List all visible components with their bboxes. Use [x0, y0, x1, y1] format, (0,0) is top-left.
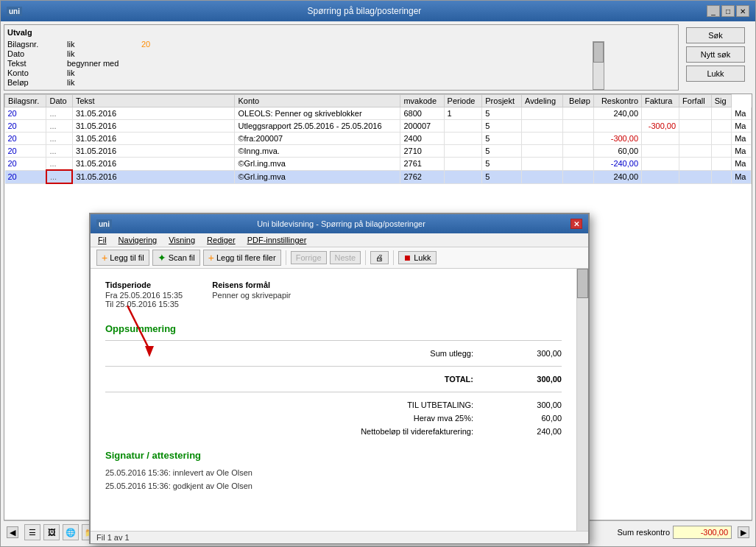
lukk-button[interactable]: ⏹ Lukk — [398, 251, 436, 264]
scroll-right-button[interactable]: ▶ — [738, 526, 749, 538]
close-main-button[interactable]: Lukk — [686, 66, 745, 82]
utvalg-title: Utvalg — [7, 28, 675, 37]
sub-menu-fil[interactable]: Fil — [96, 235, 108, 245]
sub-menu-pdf[interactable]: PDF-innstillinger — [246, 235, 308, 245]
reisens-formal-col: Reisens formål Penner og skrivepapir — [212, 280, 291, 308]
reisens-formal-label: Reisens formål — [212, 280, 291, 289]
oppsummering-title: Oppsummering — [105, 323, 562, 334]
utvalg-grid: Bilagsnr. lik 20 Dato lik Tekst begynner… — [7, 40, 675, 87]
sub-scrollbar[interactable] — [576, 269, 588, 531]
cell-reskontro: -300,00 — [642, 120, 679, 133]
utvalg-val-dato — [141, 49, 289, 58]
cell-mvakode: 1 — [444, 107, 482, 120]
sub-scrollbar-thumb[interactable] — [577, 269, 588, 298]
toolbar-separator3 — [393, 250, 394, 265]
toolbar-icons: ☰ 🖼 🌐 📁 — [24, 524, 98, 540]
cell-forfall — [711, 158, 731, 171]
new-search-button[interactable]: Nytt søk — [686, 46, 745, 63]
cell-belop: -300,00 — [593, 133, 641, 145]
cell-dato: 31.05.2016 — [72, 170, 234, 183]
window-controls: _ □ ✕ — [707, 5, 749, 17]
print-button[interactable]: 🖨 — [370, 251, 389, 264]
cell-sig: Ma — [732, 145, 752, 158]
utvalg-scrollbar[interactable] — [593, 41, 604, 90]
utvalg-label-bilagsnr: Bilagsnr. — [7, 40, 66, 49]
utvalg-scrollbar-thumb[interactable] — [593, 42, 604, 63]
cell-mvakode — [444, 120, 482, 133]
cell-konto: 2710 — [400, 145, 444, 158]
signatur-section: Signatur / attestering 25.05.2016 15:36:… — [105, 450, 562, 493]
sub-title-bar: uni Uni bildevisning - Spørring på bilag… — [91, 214, 588, 233]
cell-bilagsnr: 20 — [5, 170, 46, 183]
cell-tekst: ©fra:200007 — [235, 133, 400, 145]
table-row[interactable]: 20 ... 31.05.2016 Utleggsrapport 25.05.2… — [5, 120, 752, 133]
cell-forfall — [711, 133, 731, 145]
icon-globe[interactable]: 🌐 — [63, 524, 79, 540]
table-row[interactable]: 20 ... 31.05.2016 ©Grl.ing.mva 2761 5 -2… — [5, 158, 752, 171]
search-button[interactable]: Søk — [686, 27, 745, 43]
nettobelop-row: Nettobeløp til viderefakturering: 240,00 — [105, 425, 562, 438]
cell-reskontro — [642, 107, 679, 120]
til-utbetaling-row: TIL UTBETALING: 300,00 — [105, 398, 562, 412]
table-row[interactable]: 20 ... 31.05.2016 OLEOLS: Penner og skri… — [5, 107, 752, 120]
print-icon: 🖨 — [375, 253, 384, 262]
cell-mvakode — [444, 133, 482, 145]
cell-forfall — [711, 107, 731, 120]
col-faktura: Faktura — [642, 95, 679, 107]
action-buttons: Søk Nytt søk Lukk — [686, 27, 745, 82]
utvalg-label-belop: Beløp — [7, 78, 66, 87]
sub-main: Tidsperiode Fra 25.05.2016 15:35 Til 25.… — [91, 269, 576, 531]
table-row[interactable]: 20 ... 31.05.2016 ©fra:200007 2400 5 -30… — [5, 133, 752, 145]
cell-belop: 240,00 — [593, 170, 641, 183]
cell-prosjekt — [522, 170, 563, 183]
svg-marker-1 — [145, 346, 154, 357]
sub-menu-rediger[interactable]: Rediger — [205, 235, 237, 245]
close-button[interactable]: ✕ — [736, 5, 749, 17]
utvalg-label-tekst: Tekst — [7, 59, 66, 68]
sub-close-button[interactable]: ✕ — [570, 219, 582, 229]
legg-til-flere-button[interactable]: + Legg til flere filer — [203, 250, 281, 266]
col-bilagsnr: Bilagsnr. — [5, 95, 46, 107]
cell-faktura — [679, 170, 712, 183]
minimize-button[interactable]: _ — [707, 5, 720, 17]
cell-tekst: ©Grl.ing.mva — [235, 170, 400, 183]
utvalg-val-bilagsnr: 20 — [141, 40, 289, 49]
cell-sig: Ma — [732, 170, 752, 183]
cell-dots: ... — [46, 107, 73, 120]
col-avdeling: Avdeling — [522, 95, 563, 107]
table-row-selected[interactable]: 20 ... 31.05.2016 ©Grl.ing.mva 2762 5 24… — [5, 170, 752, 183]
cell-belop: -240,00 — [593, 158, 641, 171]
forrige-label: Forrige — [296, 253, 322, 262]
cell-avdeling — [563, 107, 594, 120]
total-row: TOTAL: 300,00 — [105, 373, 562, 386]
til-utbetaling-value: 300,00 — [503, 400, 562, 409]
svg-line-0 — [127, 306, 149, 350]
legg-til-fil-button[interactable]: + Legg til fil — [96, 250, 149, 266]
cell-periode: 5 — [482, 170, 522, 183]
scroll-left-button[interactable]: ◀ — [7, 526, 18, 538]
data-table: Bilagsnr. Dato Tekst Konto mvakode Perio… — [4, 94, 752, 184]
cell-dato: 31.05.2016 — [72, 107, 234, 120]
scan-fil-button[interactable]: ✦ Scan fil — [152, 250, 200, 266]
cell-avdeling — [563, 120, 594, 133]
toolbar-separator2 — [365, 250, 366, 265]
cell-dato: 31.05.2016 — [72, 133, 234, 145]
sig-line2: 25.05.2016 15:36: godkjent av Ole Olsen — [105, 480, 562, 493]
cell-prosjekt — [522, 145, 563, 158]
table-row[interactable]: 20 ... 31.05.2016 ©Inng.mva. 2710 5 60,0… — [5, 145, 752, 158]
cell-prosjekt — [522, 133, 563, 145]
forrige-button[interactable]: Forrige — [291, 251, 327, 264]
sub-menu-visning[interactable]: Visning — [167, 235, 197, 245]
summary-divider1 — [105, 340, 562, 341]
utvalg-op-konto: lik — [67, 68, 141, 77]
cell-dots-highlighted[interactable]: ... — [46, 170, 73, 183]
nettobelop-value: 240,00 — [503, 427, 562, 436]
cell-dots: ... — [46, 133, 73, 145]
icon-list[interactable]: ☰ — [24, 524, 40, 540]
sub-menu-navigering[interactable]: Navigering — [117, 235, 159, 245]
restore-button[interactable]: □ — [721, 5, 735, 17]
herav-mva-value: 60,00 — [503, 414, 562, 423]
neste-button[interactable]: Neste — [330, 251, 361, 264]
scan-icon: ✦ — [158, 252, 166, 264]
icon-image[interactable]: 🖼 — [43, 524, 60, 540]
